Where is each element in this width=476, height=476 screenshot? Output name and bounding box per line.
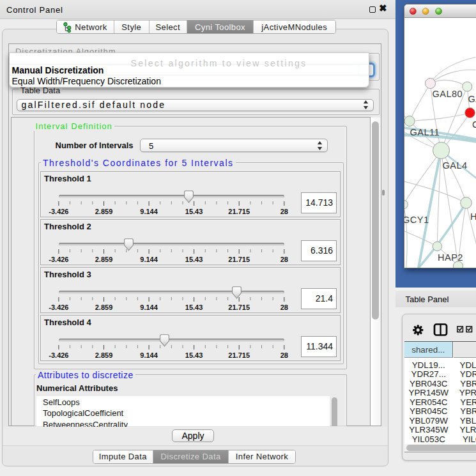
svg-text:GAL2: GAL2 <box>468 94 476 104</box>
svg-text:HAP2: HAP2 <box>438 252 463 262</box>
svg-text:GAL11: GAL11 <box>410 127 440 137</box>
svg-text:HIS4: HIS4 <box>470 211 476 222</box>
svg-text:GCY1: GCY1 <box>404 214 429 224</box>
svg-text:GAL4: GAL4 <box>443 160 468 170</box>
svg-text:GAL80: GAL80 <box>433 89 463 99</box>
svg-text:CYC8: CYC8 <box>472 119 476 129</box>
